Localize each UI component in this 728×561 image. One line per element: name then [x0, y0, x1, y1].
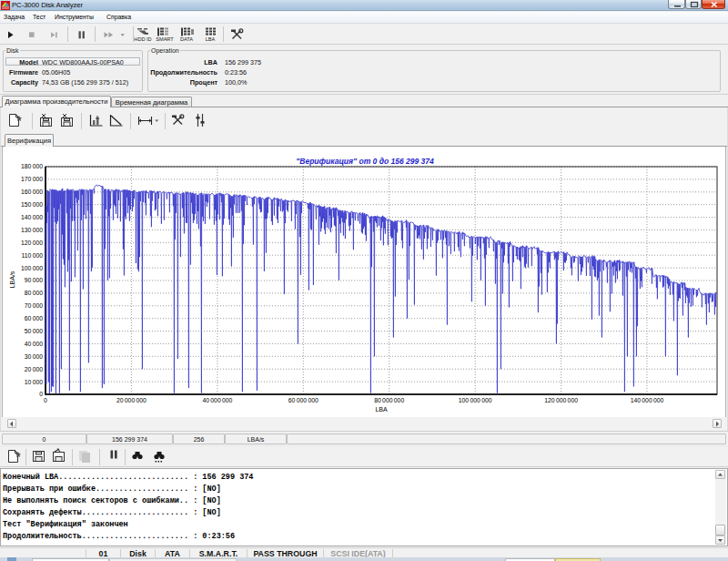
svg-text:130 000: 130 000: [21, 227, 43, 233]
svg-text:HDD ID: HDD ID: [134, 36, 151, 42]
svg-text:90 000: 90 000: [25, 277, 43, 283]
svg-text:LBA: LBA: [375, 406, 388, 413]
svg-text:0: 0: [39, 391, 43, 397]
svg-text:160 000: 160 000: [21, 189, 43, 195]
svg-text:150 000: 150 000: [21, 201, 43, 208]
svg-text:100 000: 100 000: [21, 265, 43, 271]
svg-text:40 000 000: 40 000 000: [202, 397, 232, 403]
svg-text:LBA/s: LBA/s: [9, 270, 15, 288]
svg-text:60 000: 60 000: [25, 315, 43, 321]
svg-text:180 000: 180 000: [21, 163, 43, 169]
svg-text:120 000 000: 120 000 000: [544, 397, 578, 403]
svg-text:80 000 000: 80 000 000: [374, 397, 404, 403]
svg-text:DATA: DATA: [180, 36, 193, 42]
svg-text:20 000 000: 20 000 000: [116, 397, 147, 403]
svg-text:0: 0: [44, 397, 47, 403]
svg-text:20 000: 20 000: [25, 366, 43, 372]
svg-text:170 000: 170 000: [21, 176, 43, 182]
svg-text:100 000 000: 100 000 000: [459, 397, 492, 403]
svg-text:140 000: 140 000: [21, 214, 43, 220]
svg-text:60 000 000: 60 000 000: [288, 397, 318, 403]
svg-text:40 000: 40 000: [25, 341, 43, 347]
svg-text:LBA: LBA: [206, 36, 216, 42]
svg-text:50 000: 50 000: [25, 328, 43, 334]
svg-text:110 000: 110 000: [21, 252, 43, 259]
svg-text:A: A: [96, 115, 99, 120]
svg-text:80 000: 80 000: [25, 290, 43, 296]
svg-text:70 000: 70 000: [25, 302, 43, 309]
svg-text:120 000: 120 000: [21, 240, 43, 246]
svg-text:30 000: 30 000: [25, 353, 43, 360]
svg-text:SMART: SMART: [156, 36, 174, 42]
svg-text:140 000 000: 140 000 000: [631, 397, 664, 403]
svg-text:10 000: 10 000: [25, 379, 43, 385]
svg-text:"Верификация" от 0 до 156 299: "Верификация" от 0 до 156 299 374: [296, 157, 434, 166]
